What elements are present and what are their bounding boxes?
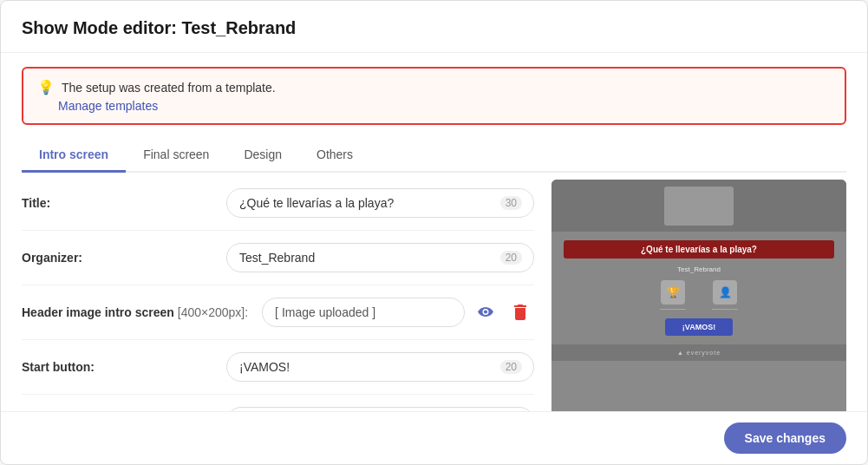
- preview-image-placeholder: [664, 187, 734, 226]
- preview-area: ¿Qué te llevarías a la playa? Test_Rebra…: [551, 180, 846, 411]
- trash-icon: [514, 305, 526, 320]
- form-row-title: Title: 30: [22, 176, 534, 231]
- tab-others[interactable]: Others: [299, 139, 370, 173]
- lightbulb-icon: 💡: [37, 79, 55, 95]
- manage-templates-link[interactable]: Manage templates: [58, 99, 831, 113]
- label-title: Title:: [22, 196, 212, 210]
- view-image-button[interactable]: [472, 298, 499, 326]
- form-area: Title: 30 Organizer: 20: [22, 176, 534, 411]
- preview-icon-label-1: —————: [651, 306, 695, 311]
- image-upload-wrapper: [ Image uploaded ]: [262, 298, 534, 327]
- preview-start-button: ¡VAMOS!: [665, 318, 733, 336]
- label-organizer: Organizer:: [22, 251, 212, 265]
- alert-message: The setup was created from a template.: [62, 81, 276, 95]
- page-container: Show Mode editor: Test_Rebrand 💡 The set…: [0, 0, 868, 465]
- tab-intro-screen[interactable]: Intro screen: [22, 139, 126, 173]
- form-row-loading-message: Loading message: 20: [22, 395, 534, 411]
- preview-icon-person: 👤 —————: [703, 280, 747, 311]
- eye-icon: [478, 307, 493, 318]
- content-area: 💡 The setup was created from a template.…: [1, 53, 867, 411]
- preview-subtitle: Test_Rebrand: [677, 265, 721, 273]
- preview-icon-label-2: —————: [703, 306, 747, 311]
- label-header-image: Header image intro screen [400×200px]:: [22, 305, 248, 319]
- form-row-start-button: Start button: 20: [22, 340, 534, 395]
- trophy-icon: 🏆: [661, 280, 685, 305]
- title-input[interactable]: [226, 188, 534, 218]
- footer-bar: Save changes: [1, 411, 867, 464]
- alert-row: 💡 The setup was created from a template.: [37, 79, 831, 95]
- tab-design[interactable]: Design: [226, 139, 299, 173]
- preview-icons-row: 🏆 ————— 👤 —————: [651, 280, 747, 311]
- form-row-header-image: Header image intro screen [400×200px]: […: [22, 285, 534, 340]
- input-wrapper-title: 30: [226, 188, 534, 218]
- organizer-input[interactable]: [226, 243, 534, 272]
- preview-footer: ▲ everyvote: [551, 344, 846, 361]
- page-header: Show Mode editor: Test_Rebrand: [1, 1, 867, 53]
- tab-final-screen[interactable]: Final screen: [126, 139, 226, 173]
- preview-footer-logo: ▲ everyvote: [677, 350, 721, 356]
- tabs-row: Intro screen Final screen Design Others: [22, 139, 846, 173]
- label-start-button: Start button:: [22, 360, 212, 374]
- form-row-organizer: Organizer: 20: [22, 231, 534, 285]
- image-uploaded-display: [ Image uploaded ]: [262, 298, 465, 327]
- person-icon: 👤: [713, 280, 737, 305]
- title-char-count: 30: [500, 196, 522, 210]
- save-button[interactable]: Save changes: [724, 422, 846, 454]
- preview-icon-trophy: 🏆 —————: [651, 280, 695, 311]
- preview-title: ¿Qué te llevarías a la playa?: [564, 240, 834, 259]
- page-title: Show Mode editor: Test_Rebrand: [22, 18, 846, 38]
- organizer-char-count: 20: [500, 251, 522, 265]
- input-wrapper-start-button: 20: [226, 352, 534, 382]
- input-wrapper-loading-message: 20: [226, 407, 534, 411]
- start-button-input[interactable]: [226, 352, 534, 382]
- alert-box: 💡 The setup was created from a template.…: [22, 67, 846, 125]
- delete-image-button[interactable]: [506, 298, 534, 326]
- loading-message-input[interactable]: [226, 407, 534, 411]
- preview-top-section: [551, 180, 846, 232]
- start-button-char-count: 20: [500, 360, 522, 374]
- input-wrapper-organizer: 20: [226, 243, 534, 272]
- preview-card: ¿Qué te llevarías a la playa? Test_Rebra…: [551, 232, 846, 344]
- main-content: Title: 30 Organizer: 20: [22, 173, 846, 411]
